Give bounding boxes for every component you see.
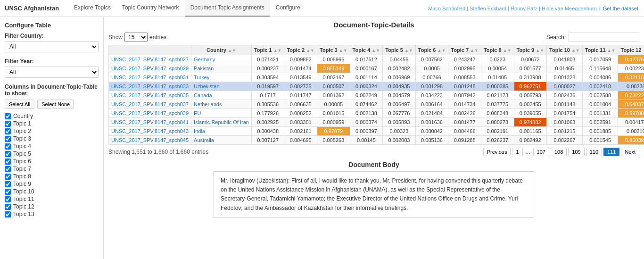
- cell-value: 0.000237: [251, 64, 284, 73]
- cell-doc[interactable]: UNSC_2017_SPV.8147_spch029: [109, 64, 191, 73]
- pagination-page-108[interactable]: 108: [551, 148, 567, 156]
- col-header-topic-6[interactable]: Topic 6 ▲▼: [415, 45, 448, 55]
- checkbox-label: Topic 12: [13, 203, 34, 210]
- cell-value: 0.000027: [547, 82, 583, 91]
- checkbox-topic13[interactable]: [5, 211, 11, 217]
- cell-doc[interactable]: UNSC_2017_SPV.8147_spch039: [109, 109, 191, 118]
- checkbox-topic9[interactable]: [5, 181, 11, 187]
- pagination-dots: ...: [524, 149, 532, 155]
- checkbox-topic11[interactable]: [5, 196, 11, 202]
- cell-value: 0.007942: [448, 91, 481, 100]
- entries-select[interactable]: 15 25 50 100: [124, 33, 148, 42]
- table-row: UNSC_2017_SPV.8147_spch043India0.0004380…: [109, 127, 644, 136]
- select-none-button[interactable]: Select None: [37, 100, 74, 109]
- pagination-page-110[interactable]: 110: [586, 148, 602, 156]
- search-box: Search:: [546, 33, 639, 42]
- col-header-topic-12[interactable]: Topic 12 ▲▼: [618, 45, 644, 55]
- checkbox-topic1[interactable]: [5, 121, 11, 127]
- checkbox-label: Topic 9: [13, 181, 31, 187]
- col-header-topic-1[interactable]: Topic 1 ▲▼: [251, 45, 284, 55]
- sort-arrows-icon: ▲▼: [470, 48, 479, 53]
- cell-doc[interactable]: UNSC_2017_SPV.8147_spch033: [109, 82, 191, 91]
- checkbox-label: Topic 4: [13, 143, 31, 150]
- checkbox-topic6[interactable]: [5, 159, 11, 165]
- cell-value: 0.006969: [383, 73, 416, 82]
- checkbox-topic4[interactable]: [5, 143, 11, 150]
- cell-value: 0.00145: [350, 136, 383, 145]
- sort-arrows-icon: ▲▼: [536, 48, 544, 53]
- table-row: UNSC_2017_SPV.8147_spch037Netherlands0.3…: [109, 100, 644, 109]
- checkbox-label: Topic 10: [13, 188, 34, 195]
- pagination-next[interactable]: Next: [621, 148, 639, 156]
- col-header-country[interactable]: Country ▲▼: [191, 45, 252, 55]
- cell-country: Australia: [191, 136, 252, 145]
- cell-value: 0.000397: [350, 127, 383, 136]
- cell-value: 0.019597: [251, 82, 284, 91]
- pagination-previous[interactable]: Previous: [483, 148, 511, 156]
- table-row: UNSC_2017_SPV.8147_spch045Australia0.007…: [109, 136, 644, 145]
- filter-country-select[interactable]: All: [5, 41, 99, 52]
- col-header-topic-9[interactable]: Topic 9 ▲▼: [514, 45, 547, 55]
- nav-topic-country-network[interactable]: Topic Country Network: [116, 0, 185, 17]
- col-header-topic-5[interactable]: Topic 5 ▲▼: [383, 45, 416, 55]
- cell-doc[interactable]: UNSC_2017_SPV.8147_spch041: [109, 118, 191, 127]
- col-header-topic-2[interactable]: Topic 2 ▲▼: [284, 45, 317, 55]
- checkbox-topic5[interactable]: [5, 151, 11, 157]
- col-header-topic-4[interactable]: Topic 4 ▲▼: [350, 45, 383, 55]
- cell-doc[interactable]: UNSC_2017_SPV.8147_spch037: [109, 100, 191, 109]
- cell-doc[interactable]: UNSC_2017_SPV.8147_spch043: [109, 127, 191, 136]
- col-header-topic-3[interactable]: Topic 3 ▲▼: [317, 45, 350, 55]
- pagination-page-1[interactable]: 1: [512, 148, 522, 156]
- cell-value: 0.008553: [448, 73, 481, 82]
- checkbox-label: Topic 6: [13, 158, 31, 165]
- cell-value: 0.002492: [514, 136, 547, 145]
- cell-doc[interactable]: UNSC_2017_SPV.8147_spch035: [109, 91, 191, 100]
- checkbox-topic2[interactable]: [5, 128, 11, 134]
- search-input[interactable]: [569, 33, 639, 42]
- pagination-page-107[interactable]: 107: [533, 148, 549, 156]
- nav-explore-topics[interactable]: Explore Topics: [68, 0, 116, 17]
- sort-arrows-icon: ▲▼: [228, 48, 236, 53]
- checkbox-label: Topic 3: [13, 135, 31, 142]
- table-row: UNSC_2017_SPV.8147_spch041Islamic Republ…: [109, 118, 644, 127]
- nav-configure[interactable]: Configure: [270, 0, 306, 17]
- checkbox-topic12[interactable]: [5, 204, 11, 210]
- cell-value: 0.115648: [582, 64, 618, 73]
- checkbox-topic7[interactable]: [5, 166, 11, 172]
- cell-value: 0.000324: [350, 82, 383, 91]
- nav-document-topic-assignments[interactable]: Document Topic Assignments: [185, 0, 270, 17]
- cell-value: 0.001362: [317, 91, 350, 100]
- get-dataset-link[interactable]: Get the dataset: [603, 6, 638, 11]
- checkbox-topic3[interactable]: [5, 136, 11, 142]
- cell-country: Pakistan: [191, 64, 252, 73]
- pagination-page-111[interactable]: 111: [603, 148, 619, 156]
- cell-doc[interactable]: UNSC_2017_SPV.8147_spch027: [109, 55, 191, 64]
- showing-text: Showing 1,651 to 1,660 of 1,660 entries: [108, 149, 208, 155]
- cell-value: 0.000385: [481, 82, 514, 91]
- col-header-doc[interactable]: [109, 45, 191, 55]
- cell-value: 0.002418: [582, 82, 618, 91]
- cell-value: 0.000438: [251, 127, 284, 136]
- col-header-topic-11[interactable]: Topic 11 ▲▼: [582, 45, 618, 55]
- cell-value: 0.001248: [448, 82, 481, 91]
- checkbox-topic10[interactable]: [5, 189, 11, 195]
- pagination-page-109[interactable]: 109: [568, 148, 584, 156]
- checkbox-topic8[interactable]: [5, 174, 11, 180]
- table-row: UNSC_2017_SPV.8147_spch029Pakistan0.0002…: [109, 64, 644, 73]
- cell-value: 0.006793: [514, 91, 547, 100]
- checkbox-country[interactable]: [5, 113, 11, 119]
- cell-value: 0.004935: [383, 82, 416, 91]
- pagination-row: Showing 1,651 to 1,660 of 1,660 entries …: [108, 148, 639, 156]
- cell-value: 0.002591: [582, 118, 618, 127]
- col-header-topic-7[interactable]: Topic 7 ▲▼: [448, 45, 481, 55]
- cell-doc[interactable]: UNSC_2017_SPV.8147_spch045: [109, 136, 191, 145]
- cell-value: 0.850391: [618, 136, 644, 145]
- col-header-topic-8[interactable]: Topic 8 ▲▼: [481, 45, 514, 55]
- checkbox-label: Topic 13: [13, 211, 34, 217]
- cell-doc[interactable]: UNSC_2017_SPV.8147_spch031: [109, 73, 191, 82]
- sort-arrows-icon: ▲▼: [571, 48, 580, 53]
- select-all-button[interactable]: Select All: [5, 100, 34, 109]
- filter-year-select[interactable]: All: [5, 67, 99, 78]
- cell-value: 0.003301: [284, 118, 317, 127]
- col-header-topic-10[interactable]: Topic 10 ▲▼: [547, 45, 583, 55]
